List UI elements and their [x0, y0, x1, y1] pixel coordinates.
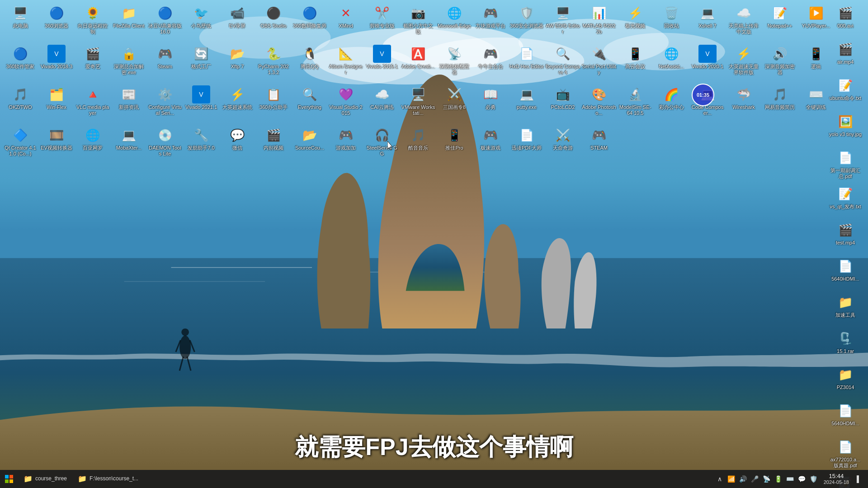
icon-xbird[interactable]: 🐦 小鸟壁纸: [183, 2, 219, 43]
icon-yinyue[interactable]: 🎵 酷音音乐: [400, 124, 436, 165]
icon-jiesuyx[interactable]: 🎮 极速游戏: [472, 124, 509, 165]
icon-netassist[interactable]: 🌐 NetAssist...: [653, 43, 689, 84]
icon-wireshark[interactable]: 🦈 Wireshark: [726, 84, 762, 124]
icon-pz3014[interactable]: 📁 PZ3014: [827, 364, 863, 400]
tray-expand[interactable]: ∧: [714, 470, 725, 488]
icon-altium[interactable]: 📐 Altium Designer: [328, 43, 364, 84]
icon-photoshop[interactable]: 🎨 Adobe Photosho...: [581, 84, 617, 124]
icon-tuijia[interactable]: 📱 推佳Pro: [436, 124, 472, 165]
icon-serialport[interactable]: 🔌 Serial Port Utility: [581, 43, 617, 84]
tray-shield-icon[interactable]: 🛡️: [808, 470, 819, 488]
icon-sourcecou[interactable]: 📂 SourceCou...: [292, 124, 328, 165]
icon-xshell[interactable]: 💻 Xshell 7: [689, 2, 726, 43]
icon-vivado2020[interactable]: V Vivado 2020.1: [689, 43, 726, 84]
system-clock[interactable]: 15:44 2024-05-18: [820, 470, 853, 488]
taskbar-explorer[interactable]: 📁 F:\lesson\course_t...: [72, 470, 144, 488]
icon-tianyige2[interactable]: ⚡ 大英超速无量界软件版: [726, 43, 762, 84]
icon-airmp4[interactable]: 🎬 air.mp4: [827, 38, 863, 75]
icon-mobaxterm[interactable]: 💻 MobaXter...: [111, 124, 147, 165]
icon-5640hdmi[interactable]: 📄 5640HDMI...: [827, 255, 863, 291]
icon-youxijia[interactable]: 🎮 游戏加加: [328, 124, 364, 165]
icon-15rar[interactable]: 🗜️ 15.1.rar: [827, 328, 863, 364]
icon-xftp[interactable]: 📂 Xftp 7: [219, 43, 255, 84]
icon-pctolcd[interactable]: 📺 PCtoLCD2: [545, 84, 581, 124]
icon-biyong[interactable]: 📖 必勇: [472, 84, 509, 124]
tray-msg-icon[interactable]: 💬: [797, 470, 807, 488]
icon-shencai3[interactable]: 🔊 深测音频加密器: [762, 43, 798, 84]
tray-desktop-btn[interactable]: ▌: [854, 470, 864, 488]
icon-vlc[interactable]: 🔺 VLC media player: [75, 84, 111, 124]
icon-gaoyun[interactable]: 📱 高云会议: [617, 43, 653, 84]
icon-vs2015[interactable]: 💜 Visual Studio 2015: [328, 84, 364, 124]
icon-wechat[interactable]: 💬 微信: [219, 124, 255, 165]
icon-neibi[interactable]: 🎬 内别视频: [255, 124, 292, 165]
icon-5640hdmi2[interactable]: 📄 5640HDMI...: [827, 400, 863, 436]
icon-ubuntutxt[interactable]: 📝 ubuntu命令.txt: [827, 75, 863, 111]
icon-putty[interactable]: 💻 putty.exe: [509, 84, 545, 124]
icon-qtcreator[interactable]: 🔷 Qt Creator 4.11.0 (Co...): [2, 124, 38, 165]
icon-360browser[interactable]: 🔵 360浏览器: [38, 2, 75, 43]
icon-recycle[interactable]: 🗑️ 回收站: [653, 2, 689, 43]
icon-360safe[interactable]: 🛡️ 360安全浏览器: [509, 2, 545, 43]
tray-keyboard-icon[interactable]: ⌨️: [785, 470, 796, 488]
icon-guanglan[interactable]: 🌐 百亚网罗: [75, 124, 111, 165]
icon-fangjuyx[interactable]: 🎮 方块游戏平台: [472, 2, 509, 43]
icon-steam2[interactable]: 🎮 STEAM: [581, 124, 617, 165]
icon-ax772010[interactable]: 📄 ax772010.a...版真题.pdf: [827, 436, 863, 472]
icon-winflex[interactable]: 🗂️ Win-Flex: [38, 84, 75, 124]
icon-bangong360[interactable]: 📋 360办公助手: [255, 84, 292, 124]
icon-testmp4[interactable]: 🎬 test.mp4: [827, 219, 863, 255]
icon-vivado2021[interactable]: V Vivado 2021.1: [183, 84, 219, 124]
icon-adobecc[interactable]: 🅰️ Adobe Creati...: [400, 43, 436, 84]
tray-battery-icon[interactable]: 🔋: [773, 470, 784, 488]
icon-xiangrikui[interactable]: 🌻 向日葵远程控制: [75, 2, 111, 43]
icon-evluping[interactable]: 📹 EV录屏: [219, 2, 255, 43]
icon-daemon[interactable]: 💿 DAEMON Tools Lite: [147, 124, 183, 165]
icon-aiqiyi[interactable]: 🎬 爱奇艺: [75, 43, 111, 84]
icon-yolov3[interactable]: 🖼️ yolo v3 tiny.jpg: [827, 111, 863, 147]
icon-everything[interactable]: 🔍 Everything: [292, 84, 328, 124]
tray-mic-icon[interactable]: 🎤: [750, 470, 760, 488]
icon-vivado2018[interactable]: V Vivado 2018.3: [38, 43, 75, 84]
icon-hxd[interactable]: 📄 HxD Hex Editor: [509, 43, 545, 84]
icon-faqian[interactable]: 🔧 发助助手7.0: [183, 124, 219, 165]
icon-pycharm[interactable]: 🐍 PyCharm 2021.3.2: [255, 43, 292, 84]
icon-configure[interactable]: ⚙️ Configure Virtual Seri...: [147, 84, 183, 124]
icon-filezilla[interactable]: 📁 FileZilla Client: [111, 2, 147, 43]
icon-lingdou[interactable]: 🔵 冰豆U高兼容版16.0: [147, 2, 183, 43]
icon-000avi[interactable]: 🎬 000.avi: [827, 2, 863, 38]
icon-tianyige3[interactable]: ⚡ 大英超速系统: [219, 84, 255, 124]
icon-caiyun[interactable]: ☁️ CAI云腾迅: [364, 84, 400, 124]
icon-screenshot[interactable]: 📷 截图小方中文版: [400, 2, 436, 43]
icon-shencai[interactable]: 🔒 深测总合加解密.exe: [111, 43, 147, 84]
icon-okztwo[interactable]: 🎵 OKZ/TWO: [2, 84, 38, 124]
icon-steelseries[interactable]: 🎧 SteelSeries GG: [364, 124, 400, 165]
icon-awedid[interactable]: 🖥️ AW EDID Editor: [545, 2, 581, 43]
icon-yundupdf[interactable]: 📄 迅读PDF大师: [509, 124, 545, 165]
icon-qq[interactable]: 🐧 腾讯QQ: [292, 43, 328, 84]
icon-steam[interactable]: 🎮 Steam: [147, 43, 183, 84]
icon-jisusp[interactable]: ⚡ 极光视频: [617, 2, 653, 43]
icon-matlab[interactable]: 📊 MATLAB R2022b: [581, 2, 617, 43]
icon-modelsim[interactable]: 🔬 ModelSim SE-64 10.5: [617, 84, 653, 124]
taskbar-folder[interactable]: 📁 course_three: [18, 470, 72, 488]
tray-volume-icon[interactable]: 🔊: [738, 470, 749, 488]
icon-shencai2[interactable]: 📡 深测信标配置器: [436, 43, 472, 84]
icon-jiasutools[interactable]: 📁 加速工具: [827, 291, 863, 328]
icon-evzhuanhuan[interactable]: 🎞️ EV视频转换器: [38, 124, 75, 165]
icon-tianyige[interactable]: ☁️ 天亮稿上传库中文版: [726, 2, 762, 43]
icon-obs[interactable]: ⚫ OBS Studio: [255, 2, 292, 43]
icon-xmind[interactable]: ✕ XMind: [328, 2, 364, 43]
icon-sanguo[interactable]: ⚔️ 三国画专8: [436, 84, 472, 124]
icon-xinpin[interactable]: 📰 新拼资讯: [111, 84, 147, 124]
icon-vivado2019[interactable]: V Vivado 2019.1: [364, 43, 400, 84]
icon-tianming[interactable]: ⚔️ 天命奇游: [545, 124, 581, 165]
icon-msedge[interactable]: 🌐 Microsoft Edge: [436, 2, 472, 43]
icon-360soft[interactable]: 🔵 360软件管家: [2, 43, 38, 84]
icon-diyipdf[interactable]: 📄 第一期副调汇总.pdf: [827, 147, 863, 183]
icon-vsqttxt[interactable]: 📝 vs_qt_发布.txt: [827, 183, 863, 219]
icon-jianying[interactable]: ✂️ 剪映专业版: [364, 2, 400, 43]
icon-caibangong[interactable]: 🌈 彩办公中心: [653, 84, 689, 124]
icon-mypc[interactable]: 🖥️ 此电脑: [2, 2, 38, 43]
icon-vmware[interactable]: 🖥️ VMware Workstati...: [400, 84, 436, 124]
